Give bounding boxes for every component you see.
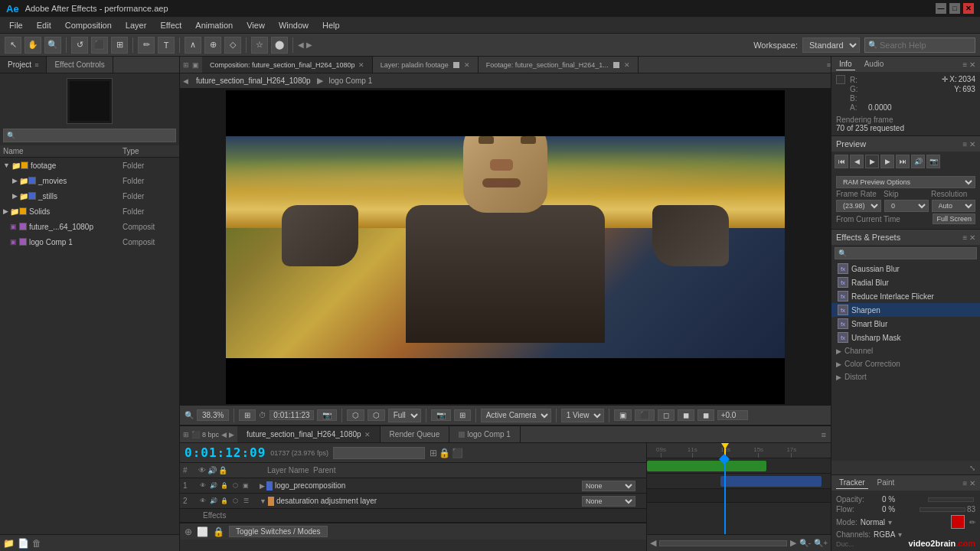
menu-help[interactable]: Help [316,19,346,31]
tl-menu-icon[interactable]: ≡ [822,430,831,439]
type-tool[interactable]: T [158,37,175,54]
menu-edit[interactable]: Edit [31,19,57,31]
camera-icon[interactable]: 📷 [317,409,337,421]
menu-file[interactable]: File [3,19,29,31]
tree-item-future-comp[interactable]: ▶ ▣ future_...64_1080p Composit [0,219,179,234]
layer-2-parent-select[interactable]: None [582,496,635,507]
tl-lock2[interactable]: 🔒 [213,527,224,537]
effects-search-input[interactable] [847,249,973,258]
menu-window[interactable]: Window [273,19,315,31]
color-adjust-icon[interactable]: ✏ [969,518,975,527]
layer-2-parent[interactable]: None [582,496,643,507]
layer-2-expand[interactable]: ▼ [260,497,266,505]
tl-tab-future-close[interactable]: ✕ [364,431,371,439]
brush-tool[interactable]: ∧ [185,37,201,54]
category-distort[interactable]: ▶ Distort [831,370,980,383]
delete-icon[interactable]: 🗑 [32,538,41,549]
layer-tab-close[interactable]: ✕ [464,61,470,69]
new-item-icon[interactable]: 📄 [18,538,29,549]
rotate-tool[interactable]: ↺ [71,37,88,54]
preview-audio[interactable]: 🔊 [911,155,925,168]
ram-preview-select[interactable]: RAM Preview Options [836,176,975,188]
fit-icon[interactable]: ⊞ [239,409,256,421]
layer-1-expand[interactable]: ▶ [260,482,265,490]
toggle-switches-btn[interactable]: Toggle Switches / Modes [229,526,328,537]
roto-tool[interactable]: ⬤ [271,37,288,54]
hand-tool[interactable]: ✋ [24,37,41,54]
time-display[interactable]: 0:01:12:09 [185,445,266,460]
layer-1-shy[interactable]: ⬡ [230,481,240,491]
project-search[interactable]: 🔍 [3,129,176,142]
layer-row-1[interactable]: 1 👁 🔊 🔒 ⬡ ▣ ▶ logo_precomposition [180,478,646,494]
tl-nav-next[interactable]: ▶ [229,431,234,439]
back-icon[interactable]: ◀ [183,77,188,85]
tab-effect-controls[interactable]: Effect Controls [47,57,113,73]
search-help-input[interactable] [880,41,972,50]
view-select[interactable]: 1 View [561,409,604,422]
tl-nav-prev[interactable]: ◀ [221,431,227,439]
preview-last[interactable]: ⏭ [896,155,910,168]
tab-info[interactable]: Info [836,58,855,70]
menu-view[interactable]: View [240,19,271,31]
timeline-tracks[interactable] [647,458,831,534]
effect-sharpen[interactable]: fx Sharpen [831,303,980,317]
layer-1-eye[interactable]: 👁 [198,481,207,491]
view-icon-4[interactable]: ◼ [678,409,694,421]
new-folder-icon[interactable]: 📁 [3,538,15,549]
tree-arrow-solids[interactable]: ▶ [3,207,8,215]
tree-item-footage[interactable]: ▼ 📁 footage Folder [0,158,179,173]
tree-item-movies[interactable]: ▶ 📁 _movies Folder [0,173,179,188]
menu-effect[interactable]: Effect [154,19,188,31]
tree-arrow-movies[interactable]: ▶ [12,177,18,184]
color-channel[interactable]: ⬡ [368,409,385,421]
preview-snapshot[interactable]: 📷 [926,155,940,168]
track-row-2[interactable] [647,474,831,489]
tree-arrow-footage[interactable]: ▼ [3,161,10,169]
tree-item-logo-comp[interactable]: ▶ ▣ logo Comp 1 Composit [0,234,179,249]
tl-zoom-out[interactable]: 🔍- [799,539,811,547]
layer-2-eye[interactable]: 👁 [198,497,207,506]
tracker-menu[interactable]: ≡ ✕ [962,479,975,487]
tl-new-layer[interactable]: ⊕ [185,527,192,537]
layer-2-shy[interactable]: ⬡ [230,497,240,506]
effect-unsharp-mask[interactable]: fx Unsharp Mask [831,331,980,344]
info-menu[interactable]: ≡ ✕ [962,60,975,69]
framerate-select[interactable]: (23.98) [836,200,881,212]
tab-paint[interactable]: Paint [874,477,898,489]
preview-first[interactable]: ⏮ [835,155,848,168]
sub-tab-logo[interactable]: logo Comp 1 [325,76,377,86]
footage-tab-close[interactable]: ✕ [624,61,630,69]
tab-layer[interactable]: Layer: paladin footage ✕ [373,57,479,73]
selection-tool[interactable]: ↖ [5,37,21,54]
layer-1-parent-select[interactable]: None [582,481,635,491]
tl-scrollbar[interactable] [659,540,787,546]
category-channel[interactable]: ▶ Channel [831,344,980,357]
alpha-icon[interactable]: ⬡ [347,409,364,421]
effect-gaussian-blur[interactable]: fx Gaussian Blur [831,262,980,276]
grid-btn[interactable]: ⊞ [454,409,471,421]
layer-2-audio[interactable]: 🔊 [209,497,218,506]
puppet-tool[interactable]: ☆ [251,37,268,54]
tab-footage[interactable]: Footage: future_section_final_H264_1... … [479,57,639,73]
view-icon-5[interactable]: ◼ [697,409,714,421]
workspace-select[interactable]: Standard [802,37,860,53]
view-icon-1[interactable]: ▣ [614,409,632,421]
layer-1-audio[interactable]: 🔊 [209,481,218,491]
effect-reduce-interlace[interactable]: fx Reduce Interlace Flicker [831,289,980,303]
tl-zoom-in[interactable]: 🔍+ [814,539,828,547]
view-icon-2[interactable]: ⬛ [635,409,655,421]
menu-layer[interactable]: Layer [119,19,153,31]
layer-1-collapse[interactable]: ▣ [241,481,250,491]
comp-tab-close[interactable]: ✕ [358,61,364,69]
exposure-value[interactable]: +0.0 [717,410,748,420]
tree-item-stills[interactable]: ▶ 📁 _stills Folder [0,188,179,204]
tab-composition[interactable]: Composition: future_section_final_H264_1… [202,57,373,73]
camera-select[interactable]: Active Camera [481,409,551,422]
effects-expand-icon[interactable]: ⤡ [969,464,975,472]
track-row-1[interactable] [647,458,831,474]
zoom-tool[interactable]: 🔍 [44,37,61,54]
preview-prev-frame[interactable]: ◀ [850,155,864,168]
full-screen-btn[interactable]: Full Screen [933,214,975,224]
effect-smart-blur[interactable]: fx Smart Blur [831,317,980,331]
effect-radial-blur[interactable]: fx Radial Blur [831,276,980,289]
